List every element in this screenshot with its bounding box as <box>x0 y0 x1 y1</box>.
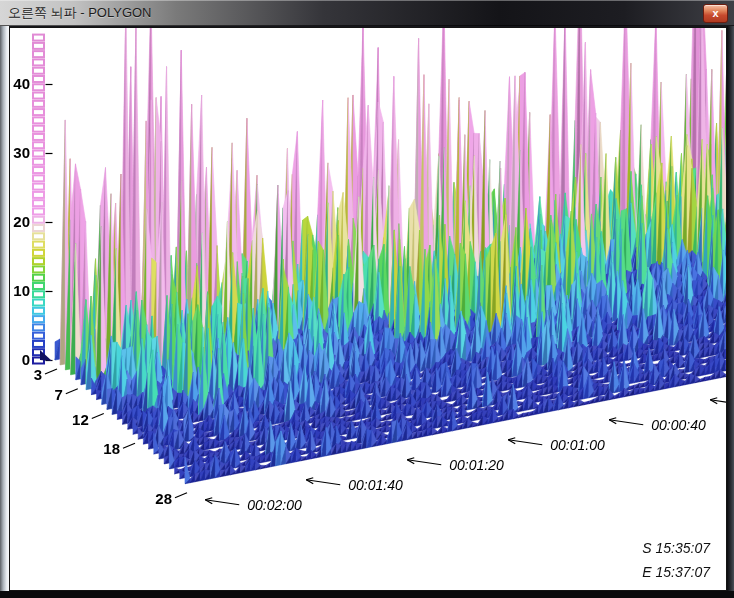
end-time-label: E 15:37:07 <box>642 560 710 584</box>
session-times: S 15:35:07 E 15:37:07 <box>642 536 710 584</box>
app-window: 오른쪽 뇌파 - POLYGON x S 15:35:07 E 15:37:07 <box>0 0 734 598</box>
polygon-surface-canvas <box>10 28 726 590</box>
titlebar[interactable]: 오른쪽 뇌파 - POLYGON x <box>0 0 734 26</box>
window-border-bottom <box>0 591 734 598</box>
window-border-right <box>727 26 734 591</box>
window-title: 오른쪽 뇌파 - POLYGON <box>8 0 152 26</box>
close-icon: x <box>712 7 718 19</box>
chart-area: S 15:35:07 E 15:37:07 <box>9 27 727 591</box>
window-border-left <box>0 26 9 591</box>
start-time-label: S 15:35:07 <box>642 536 710 560</box>
close-button[interactable]: x <box>703 4 728 23</box>
